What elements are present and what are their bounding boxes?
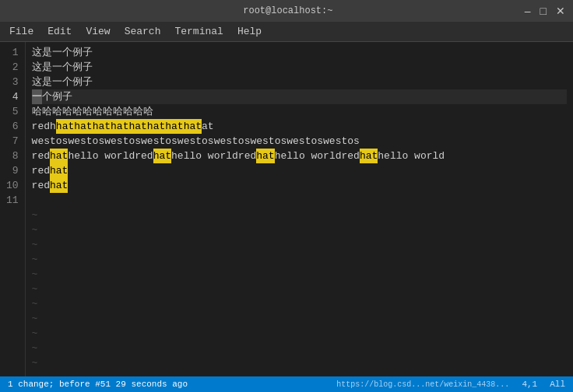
status-left: 1 change; before #51 29 seconds ago [8,380,188,389]
menu-view[interactable]: View [79,24,116,39]
status-position: 4,1 [522,380,537,389]
menu-help[interactable]: Help [231,24,268,39]
code-line: westoswestoswestoswestoswestoswestoswest… [32,134,567,149]
window-title: root@localhost:~ [243,5,332,16]
title-bar: root@localhost:~ – □ ✕ [0,0,573,22]
code-line: 这是一个例子 [32,75,567,89]
status-bar: 1 change; before #51 29 seconds ago http… [0,376,573,392]
maximize-button[interactable]: □ [539,5,548,17]
tilde-line: ~ [32,296,567,311]
menu-file[interactable]: File [3,24,40,39]
tilde-line: ~ [32,208,567,222]
menu-search[interactable]: Search [118,24,167,39]
minimize-button[interactable]: – [523,5,533,17]
tilde-line: ~ [32,355,567,370]
tilde-line: ~ [32,252,567,267]
code-line: redhhathathathathathathathatat [32,119,567,134]
tilde-line: ~ [32,311,567,326]
code-line: 一个例子 [32,89,567,104]
tilde-line: ~ [32,237,567,252]
close-button[interactable]: ✕ [554,5,567,17]
code-line: redhat [32,178,567,193]
window-controls: – □ ✕ [523,5,567,17]
tilde-line: ~ [32,282,567,296]
code-line: 这是一个例子 [32,60,567,75]
editor-container: 1234567891011 这是一个例子这是一个例子这是一个例子一个例子哈哈哈哈… [0,42,573,376]
code-line: 哈哈哈哈哈哈哈哈哈哈哈哈 [32,104,567,119]
code-line: 这是一个例子 [32,45,567,60]
status-change-info: 1 change; before #51 29 seconds ago [8,380,188,389]
tilde-line: ~ [32,370,567,376]
tilde-line: ~ [32,267,567,282]
editor-content[interactable]: 这是一个例子这是一个例子这是一个例子一个例子哈哈哈哈哈哈哈哈哈哈哈哈redhha… [26,42,573,376]
tilde-line: ~ [32,326,567,341]
line-numbers: 1234567891011 [0,42,26,376]
status-right: https://blog.csd...net/weixin_4438... 4,… [336,380,565,389]
menu-terminal[interactable]: Terminal [168,24,229,39]
tilde-line: ~ [32,341,567,355]
status-mode: All [550,380,565,389]
status-link: https://blog.csd...net/weixin_4438... [336,380,509,389]
code-line [32,193,567,208]
code-line: redhat [32,163,567,178]
code-line: redhat hello worldredhat hello worldredh… [32,149,567,163]
menu-edit[interactable]: Edit [41,24,78,39]
tilde-line: ~ [32,222,567,237]
menu-bar: File Edit View Search Terminal Help [0,22,573,42]
